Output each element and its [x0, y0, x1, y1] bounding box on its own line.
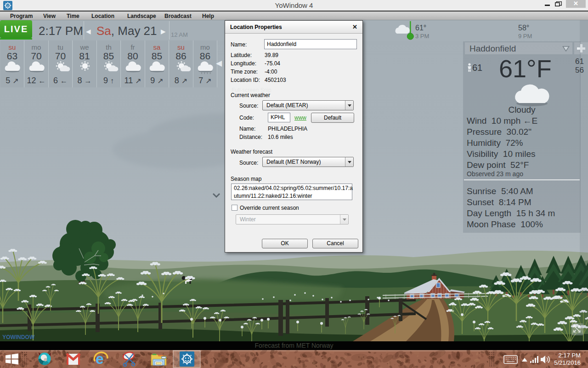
- svg-text:YOWINDOW: YOWINDOW: [2, 334, 35, 340]
